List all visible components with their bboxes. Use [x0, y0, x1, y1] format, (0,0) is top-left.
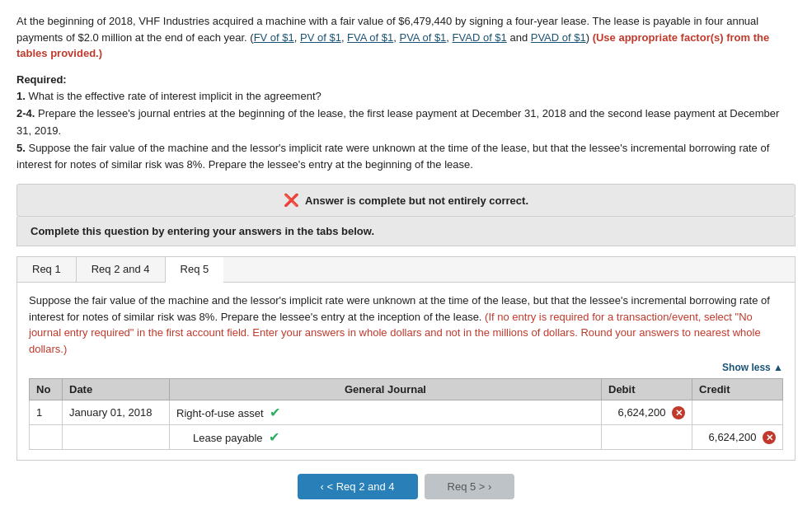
error-badge-debit-1: ✕ [672, 406, 685, 419]
show-less-button[interactable]: Show less ▲ [29, 362, 783, 373]
next-button[interactable]: Req 5 > › [425, 474, 515, 499]
row-account-2: Lease payable ✔ [170, 425, 602, 450]
required-label: Required: [16, 73, 67, 86]
tab-content-req5: Suppose the fair value of the machine an… [17, 283, 795, 460]
nav-buttons: ‹ < Req 2 and 4 Req 5 > › [16, 474, 796, 499]
next-label: Req 5 > [448, 480, 486, 493]
req24-text: 2-4. Prepare the lessee's journal entrie… [16, 105, 796, 140]
prev-label: < Req 2 and 4 [327, 480, 395, 493]
req1-text: 1. What is the effective rate of interes… [16, 88, 796, 105]
col-header-gj: General Journal [170, 379, 602, 400]
col-header-credit: Credit [692, 379, 783, 400]
fva-link[interactable]: FVA of $1 [347, 31, 393, 44]
fvad-link[interactable]: FVAD of $1 [453, 31, 507, 44]
pva-link[interactable]: PVA of $1 [399, 31, 446, 44]
tab-description: Suppose the fair value of the machine an… [29, 293, 783, 357]
answer-banner: ❌ Answer is complete but not entirely co… [16, 184, 796, 217]
prev-chevron: ‹ [321, 480, 324, 493]
tab-description-red: (If no entry is required for a transacti… [29, 311, 761, 355]
row-credit-1 [692, 400, 783, 425]
journal-table: No Date General Journal Debit Credit 1 J… [29, 378, 783, 450]
row-no: 1 [30, 400, 63, 425]
row-date: January 01, 2018 [63, 400, 170, 425]
required-section: Required: 1. What is the effective rate … [16, 72, 796, 175]
row-no-2 [30, 425, 63, 450]
table-row: 1 January 01, 2018 Right-of-use asset ✔ … [30, 400, 783, 425]
row-date-2 [63, 425, 170, 450]
tabs-container: Req 1 Req 2 and 4 Req 5 Suppose the fair… [16, 256, 796, 461]
row-credit-2: 6,624,200 ✕ [692, 425, 783, 450]
intro-paragraph: At the beginning of 2018, VHF Industries… [16, 13, 796, 62]
req5-text: 5. Suppose the fair value of the machine… [16, 140, 796, 175]
next-chevron: › [488, 480, 491, 493]
answer-banner-text: Answer is complete but not entirely corr… [305, 194, 528, 207]
show-less-label: Show less ▲ [722, 362, 783, 373]
table-row: Lease payable ✔ 6,624,200 ✕ [30, 425, 783, 450]
use-factors-text: (Use appropriate factor(s) from the tabl… [16, 31, 769, 60]
complete-banner-text: Complete this question by entering your … [31, 225, 374, 237]
tab-req1[interactable]: Req 1 [17, 257, 77, 282]
answer-x-icon: ❌ [284, 193, 299, 207]
tab-req5[interactable]: Req 5 [166, 257, 224, 283]
row-account-1: Right-of-use asset ✔ [170, 400, 602, 425]
col-header-date: Date [63, 379, 170, 400]
pv-link[interactable]: PV of $1 [300, 31, 341, 44]
row-debit-1: 6,624,200 ✕ [602, 400, 692, 425]
error-badge-credit-2: ✕ [763, 431, 776, 444]
pvad-link[interactable]: PVAD of $1 [531, 31, 586, 44]
prev-button[interactable]: ‹ < Req 2 and 4 [298, 474, 418, 499]
col-header-no: No [30, 379, 63, 400]
col-header-debit: Debit [602, 379, 692, 400]
tabs-row: Req 1 Req 2 and 4 Req 5 [17, 257, 795, 283]
check-icon-2: ✔ [269, 430, 279, 444]
fv-link[interactable]: FV of $1 [254, 31, 294, 44]
tab-req2and4[interactable]: Req 2 and 4 [77, 257, 166, 282]
check-icon-1: ✔ [270, 405, 280, 419]
complete-banner: Complete this question by entering your … [16, 217, 796, 246]
row-debit-2 [602, 425, 692, 450]
